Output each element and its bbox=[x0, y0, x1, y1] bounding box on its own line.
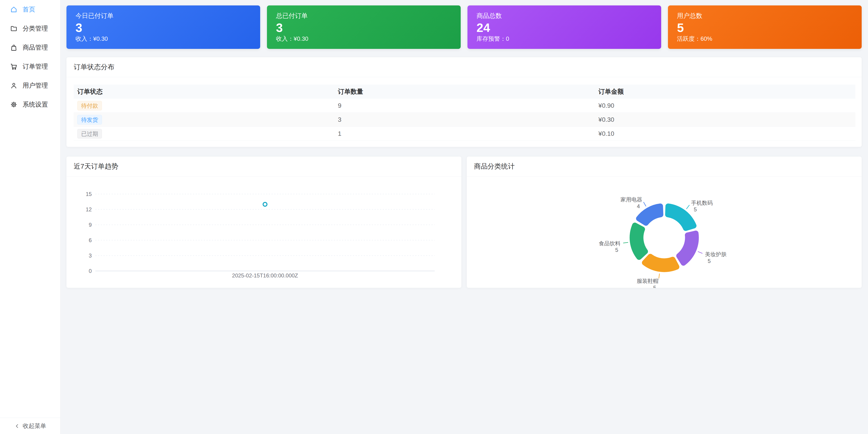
sidebar-menu: 首页 分类管理 商品管理 订单管理 bbox=[0, 0, 60, 418]
donut-label-line bbox=[686, 205, 689, 209]
donut-segment-4[interactable] bbox=[629, 223, 648, 260]
collapse-menu-button[interactable]: 收起菜单 bbox=[0, 418, 60, 434]
donut-category-value: 5 bbox=[708, 258, 711, 264]
sidebar-item-orders[interactable]: 订单管理 bbox=[0, 57, 60, 76]
donut-segment-3[interactable] bbox=[642, 254, 680, 272]
donut-segment-2[interactable] bbox=[676, 231, 699, 266]
sidebar-item-categories[interactable]: 分类管理 bbox=[0, 19, 60, 38]
stat-card-value: 5 bbox=[677, 22, 852, 34]
order-amount-cell: ¥0.90 bbox=[595, 99, 855, 112]
table-row: 待发货 3 ¥0.30 bbox=[74, 113, 855, 127]
sidebar-item-label: 首页 bbox=[23, 5, 35, 14]
donut-category-label: 家用电器 bbox=[620, 197, 642, 203]
donut-label-line bbox=[659, 273, 659, 279]
gear-icon bbox=[10, 101, 18, 108]
order-count-cell: 9 bbox=[334, 99, 595, 112]
stat-card-total-users: 用户总数 5 活跃度：60% bbox=[668, 5, 862, 49]
status-badge: 已过期 bbox=[77, 129, 102, 139]
line-data-point[interactable] bbox=[263, 202, 267, 206]
stat-card-total-products: 商品总数 24 库存预警：0 bbox=[467, 5, 661, 49]
column-header-amount: 订单金额 bbox=[595, 85, 855, 99]
collapse-menu-label: 收起菜单 bbox=[23, 422, 46, 430]
table-row: 已过期 1 ¥0.10 bbox=[74, 127, 855, 141]
category-panel: 商品分类统计 手机数码5美妆护肤5服装鞋帽5食品饮料5家用电器4 bbox=[467, 156, 862, 288]
chevron-left-icon bbox=[14, 423, 20, 429]
panel-title: 订单状态分布 bbox=[74, 62, 114, 72]
panel-title: 近7天订单趋势 bbox=[74, 162, 118, 171]
order-amount-cell: ¥0.10 bbox=[595, 127, 855, 141]
stat-card-total-paid-orders: 总已付订单 3 收入：¥0.30 bbox=[267, 5, 461, 49]
stat-card-value: 3 bbox=[276, 22, 452, 34]
user-icon bbox=[10, 82, 18, 89]
sidebar-item-label: 系统设置 bbox=[23, 100, 48, 109]
donut-category-value: 5 bbox=[694, 206, 697, 212]
donut-segment-1[interactable] bbox=[665, 203, 696, 231]
table-row: 待付款 9 ¥0.90 bbox=[74, 99, 855, 113]
svg-text:15: 15 bbox=[86, 191, 92, 197]
folder-icon bbox=[10, 25, 18, 32]
sidebar-item-users[interactable]: 用户管理 bbox=[0, 76, 60, 95]
svg-text:3: 3 bbox=[89, 253, 92, 259]
home-icon bbox=[10, 6, 18, 13]
panel-title: 商品分类统计 bbox=[474, 162, 515, 171]
donut-segment-5[interactable] bbox=[636, 203, 663, 226]
order-status-panel-body: 订单状态 订单数量 订单金额 待付款 9 ¥0.90 待发货 3 ¥0.30 bbox=[66, 77, 862, 141]
donut-label-line bbox=[623, 242, 628, 243]
stat-card-title: 总已付订单 bbox=[276, 11, 452, 20]
stat-card-value: 24 bbox=[476, 22, 652, 34]
category-panel-header: 商品分类统计 bbox=[467, 156, 862, 176]
column-header-status: 订单状态 bbox=[74, 85, 334, 99]
sidebar-item-settings[interactable]: 系统设置 bbox=[0, 95, 60, 114]
stat-card-footer: 收入：¥0.30 bbox=[75, 35, 251, 43]
column-header-count: 订单数量 bbox=[334, 85, 595, 99]
sidebar: 首页 分类管理 商品管理 订单管理 bbox=[0, 0, 61, 434]
stat-card-footer: 收入：¥0.30 bbox=[276, 35, 452, 43]
status-badge: 待付款 bbox=[77, 101, 102, 110]
order-count-cell: 3 bbox=[334, 113, 595, 126]
donut-category-value: 4 bbox=[637, 203, 640, 209]
stat-cards-row: 今日已付订单 3 收入：¥0.30 总已付订单 3 收入：¥0.30 商品总数 … bbox=[66, 5, 862, 49]
category-chart-area: 手机数码5美妆护肤5服装鞋帽5食品饮料5家用电器4 bbox=[467, 176, 862, 288]
sidebar-item-label: 商品管理 bbox=[23, 43, 48, 52]
stat-card-today-paid-orders: 今日已付订单 3 收入：¥0.30 bbox=[66, 5, 260, 49]
sidebar-item-label: 分类管理 bbox=[23, 24, 48, 33]
stat-card-footer: 活跃度：60% bbox=[677, 35, 852, 43]
order-status-panel: 订单状态分布 订单状态 订单数量 订单金额 待付款 9 ¥0.90 待发货 bbox=[66, 57, 862, 147]
donut-label-line bbox=[644, 202, 646, 206]
svg-text:9: 9 bbox=[89, 222, 92, 228]
trend-chart-area: 036912152025-02-15T16:00:00.000Z bbox=[66, 176, 461, 288]
order-status-table: 订单状态 订单数量 订单金额 待付款 9 ¥0.90 待发货 3 ¥0.30 bbox=[74, 85, 855, 141]
main-content: 今日已付订单 3 收入：¥0.30 总已付订单 3 收入：¥0.30 商品总数 … bbox=[61, 0, 868, 434]
svg-text:12: 12 bbox=[86, 207, 92, 213]
donut-category-label: 手机数码 bbox=[691, 200, 713, 206]
status-badge: 待发货 bbox=[77, 115, 102, 124]
trend-panel-header: 近7天订单趋势 bbox=[66, 156, 461, 176]
donut-category-value: 5 bbox=[653, 285, 656, 288]
order-amount-cell: ¥0.30 bbox=[595, 113, 855, 126]
stat-card-footer: 库存预警：0 bbox=[476, 35, 652, 43]
donut-category-label: 食品饮料 bbox=[599, 240, 620, 247]
table-header-row: 订单状态 订单数量 订单金额 bbox=[74, 85, 855, 99]
sidebar-item-home[interactable]: 首页 bbox=[0, 0, 60, 19]
svg-text:2025-02-15T16:00:00.000Z: 2025-02-15T16:00:00.000Z bbox=[232, 272, 298, 279]
sidebar-item-label: 用户管理 bbox=[23, 81, 48, 90]
dashboard-app: 首页 分类管理 商品管理 订单管理 bbox=[0, 0, 868, 434]
trend-line-chart[interactable]: 036912152025-02-15T16:00:00.000Z bbox=[66, 176, 461, 288]
donut-label-line bbox=[698, 252, 702, 254]
cart-icon bbox=[10, 63, 18, 70]
sidebar-item-products[interactable]: 商品管理 bbox=[0, 38, 60, 57]
shopping-bag-icon bbox=[10, 44, 18, 51]
donut-category-value: 5 bbox=[615, 247, 618, 253]
charts-row: 近7天订单趋势 036912152025-02-15T16:00:00.000Z… bbox=[66, 156, 862, 288]
donut-category-label: 服装鞋帽 bbox=[637, 278, 658, 284]
stat-card-value: 3 bbox=[75, 22, 251, 34]
order-count-cell: 1 bbox=[334, 127, 595, 141]
stat-card-title: 今日已付订单 bbox=[75, 11, 251, 20]
category-donut-chart[interactable]: 手机数码5美妆护肤5服装鞋帽5食品饮料5家用电器4 bbox=[467, 176, 862, 288]
stat-card-title: 用户总数 bbox=[677, 11, 852, 20]
donut-category-label: 美妆护肤 bbox=[705, 251, 727, 258]
stat-card-title: 商品总数 bbox=[476, 11, 652, 20]
trend-panel: 近7天订单趋势 036912152025-02-15T16:00:00.000Z bbox=[66, 156, 461, 288]
sidebar-item-label: 订单管理 bbox=[23, 62, 48, 71]
order-status-panel-header: 订单状态分布 bbox=[66, 57, 862, 77]
